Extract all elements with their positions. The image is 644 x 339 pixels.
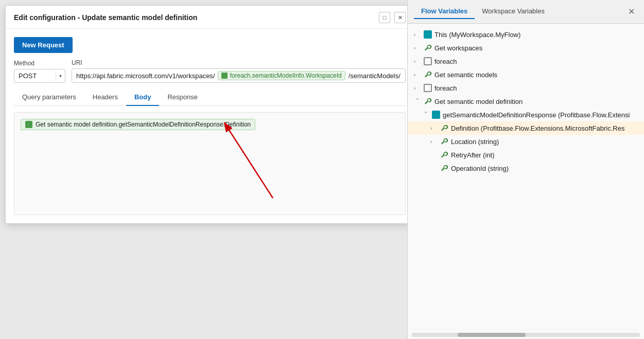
dialog-body: New Request Method POST ▾ URI https://ap… <box>6 29 414 223</box>
teal-box-icon-response <box>431 110 441 119</box>
tree-item-foreach2[interactable]: › foreach <box>408 81 644 95</box>
dialog-title: Edit configuration - Update semantic mod… <box>14 13 197 22</box>
body-variable-label: Get semantic model definition.getSemanti… <box>36 121 251 128</box>
tree-item-operationid[interactable]: › OperationId (string) <box>408 162 644 175</box>
expand-arrow-get-semantic-models: › <box>414 72 421 78</box>
new-request-button[interactable]: New Request <box>14 37 73 53</box>
expand-arrow-foreach1: › <box>414 59 421 64</box>
tab-response[interactable]: Response <box>159 89 206 106</box>
uri-input[interactable]: https://api.fabric.microsoft.com/v1/work… <box>72 68 406 83</box>
method-select[interactable]: POST ▾ <box>14 69 65 83</box>
tree-item-definition[interactable]: › Definition (Profitbase.Flow.Extensions… <box>408 121 644 135</box>
uri-variable-label: foreach.semanticModelInfo.WorkspaceId <box>230 72 341 79</box>
body-variable-chip[interactable]: Get semantic model definition.getSemanti… <box>21 119 255 130</box>
item-label-this: This (MyWorkspace.MyFlow) <box>434 31 520 39</box>
item-label-get-workspaces: Get workspaces <box>434 44 482 52</box>
item-label-get-semantic-model-def: Get semantic model definition <box>434 98 523 105</box>
svg-rect-4 <box>424 84 431 92</box>
item-label-foreach1: foreach <box>434 58 457 65</box>
main-tabs: Query parameters Headers Body Response <box>14 89 406 106</box>
item-label-definition: Definition (Profitbase.Flow.Extensions.M… <box>451 124 624 132</box>
method-dropdown-arrow: ▾ <box>56 70 65 81</box>
wrench-icon-retryafter <box>440 150 449 159</box>
close-dialog-button[interactable]: ✕ <box>394 12 406 23</box>
svg-rect-3 <box>424 58 431 65</box>
item-label-response: getSemanticModelDefinitionResponse (Prof… <box>443 111 630 119</box>
tab-body[interactable]: Body <box>126 89 160 106</box>
titlebar-buttons: □ ✕ <box>379 12 406 23</box>
panel-scrollbar-thumb <box>458 333 526 337</box>
panel-header: Flow Variables Workspace Variables ✕ <box>408 0 644 24</box>
tree-item-response[interactable]: › getSemanticModelDefinitionResponse (Pr… <box>408 108 644 121</box>
wrench-icon-get-semantic-model-def <box>423 97 432 106</box>
tab-headers[interactable]: Headers <box>84 89 126 106</box>
expand-arrow-response: › <box>423 111 429 118</box>
svg-rect-2 <box>424 30 432 39</box>
wrench-icon-definition <box>440 123 449 133</box>
variables-panel: Flow Variables Workspace Variables ✕ › T… <box>407 0 644 339</box>
edit-config-dialog: Edit configuration - Update semantic mod… <box>5 5 414 224</box>
panel-scrollbar[interactable] <box>412 333 640 337</box>
expand-arrow-this: › <box>414 32 421 38</box>
uri-suffix-text: /semanticModels/ <box>349 72 401 80</box>
teal-box-icon-this <box>423 30 432 39</box>
tree-item-get-workspaces[interactable]: › Get workspaces <box>408 41 644 55</box>
svg-rect-5 <box>432 111 440 119</box>
tree-item-get-semantic-model-def[interactable]: › Get semantic model definition <box>408 95 644 108</box>
tree-item-location[interactable]: › Location (string) <box>408 135 644 148</box>
tree-item-this[interactable]: › This (MyWorkspace.MyFlow) <box>408 28 644 41</box>
wrench-icon-operationid <box>440 164 449 173</box>
expand-arrow-location: › <box>430 139 438 145</box>
item-label-get-semantic-models: Get semantic models <box>434 71 497 79</box>
uri-chip-icon <box>221 73 228 79</box>
panel-tabs: Flow Variables Workspace Variables <box>414 4 552 19</box>
tab-workspace-variables[interactable]: Workspace Variables <box>475 4 552 19</box>
wrench-icon-location <box>440 137 449 146</box>
foreach-icon-2 <box>423 83 432 93</box>
body-editor[interactable]: Get semantic model definition.getSemanti… <box>14 112 406 215</box>
maximize-button[interactable]: □ <box>379 12 390 23</box>
uri-prefix-text: https://api.fabric.microsoft.com/v1/work… <box>76 72 215 80</box>
panel-body: › This (MyWorkspace.MyFlow) › Get worksp… <box>408 24 644 331</box>
expand-arrow-get-workspaces: › <box>414 45 421 51</box>
expand-arrow-foreach2: › <box>414 85 421 91</box>
expand-arrow-get-semantic-model-def: › <box>415 98 421 105</box>
dialog-titlebar: Edit configuration - Update semantic mod… <box>6 6 414 29</box>
body-chip-icon <box>25 121 32 128</box>
method-uri-row: Method POST ▾ URI https://api.fabric.mic… <box>14 59 406 83</box>
tab-query-parameters[interactable]: Query parameters <box>14 89 84 106</box>
item-label-foreach2: foreach <box>434 84 457 92</box>
tree-item-retryafter[interactable]: › RetryAfter (int) <box>408 148 644 162</box>
expand-arrow-definition: › <box>430 126 438 131</box>
tab-flow-variables[interactable]: Flow Variables <box>414 4 475 19</box>
uri-variable-chip[interactable]: foreach.semanticModelInfo.WorkspaceId <box>218 71 345 80</box>
uri-group: URI https://api.fabric.microsoft.com/v1/… <box>72 59 406 83</box>
item-label-retryafter: RetryAfter (int) <box>451 151 495 159</box>
wrench-icon-get-workspaces <box>423 43 432 52</box>
item-label-operationid: OperationId (string) <box>451 165 509 172</box>
method-label: Method <box>14 60 65 67</box>
method-value: POST <box>14 69 56 82</box>
method-group: Method POST ▾ <box>14 60 65 83</box>
tree-item-foreach1[interactable]: › foreach <box>408 55 644 68</box>
foreach-icon-1 <box>423 57 432 66</box>
panel-close-button[interactable]: ✕ <box>625 6 638 17</box>
item-label-location: Location (string) <box>451 138 499 146</box>
tree-item-get-semantic-models[interactable]: › Get semantic models <box>408 68 644 81</box>
uri-label: URI <box>72 59 406 66</box>
wrench-icon-get-semantic-models <box>423 70 432 79</box>
